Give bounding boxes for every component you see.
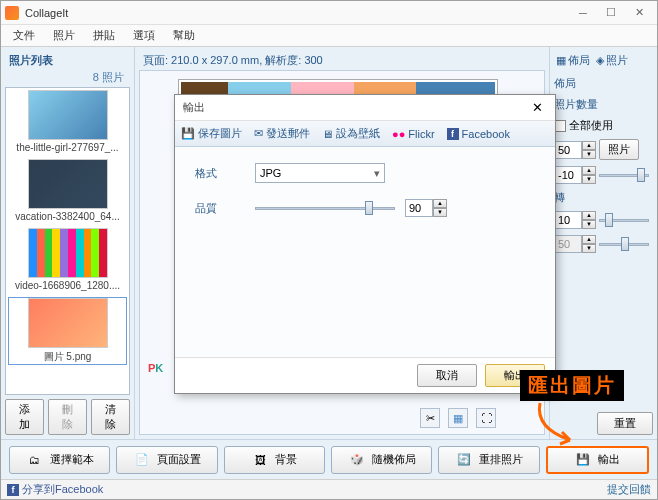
menu-file[interactable]: 文件 <box>5 26 43 45</box>
export-button[interactable]: 💾輸出 <box>546 446 649 474</box>
quality-spinner[interactable]: ▲▼ <box>405 199 447 217</box>
titlebar: CollageIt ─ ☐ ✕ <box>1 1 657 25</box>
flickr-icon: ●● <box>392 128 405 140</box>
format-label: 格式 <box>195 166 245 181</box>
background-icon: 🖼 <box>251 451 269 469</box>
reset-button[interactable]: 重置 <box>597 412 653 435</box>
thumbnail <box>28 228 108 278</box>
save-icon: 💾 <box>181 127 195 140</box>
share-facebook-link[interactable]: f分享到Facebook <box>7 482 103 497</box>
rotate-input[interactable] <box>554 211 582 229</box>
canvas-info: 頁面: 210.0 x 297.0 mm, 解析度: 300 <box>139 51 545 70</box>
tab-wallpaper[interactable]: 🖥設為壁紙 <box>322 126 380 141</box>
quality-label: 品質 <box>195 201 245 216</box>
list-item[interactable]: 圖片 5.png <box>8 297 127 365</box>
grid-icon[interactable]: ▦ <box>448 408 468 428</box>
email-icon: ✉ <box>254 127 263 140</box>
tab-email[interactable]: ✉發送郵件 <box>254 126 310 141</box>
list-item[interactable]: the-little-girl-277697_... <box>8 90 127 153</box>
app-title: CollageIt <box>25 7 569 19</box>
clear-button[interactable]: 清除 <box>91 399 130 435</box>
sidebar-title: 照片列表 <box>9 53 53 68</box>
background-button[interactable]: 🖼背景 <box>224 446 325 474</box>
sidebar-buttons: 添加 刪除 清除 <box>5 399 130 435</box>
rearrange-button[interactable]: 🔄重排照片 <box>438 446 539 474</box>
tab-layout[interactable]: ▦ 佈局 <box>556 53 590 68</box>
tab-photo[interactable]: ◈ 照片 <box>596 53 628 68</box>
dialog-close-button[interactable]: ✕ <box>527 98 547 118</box>
rotate-slider[interactable] <box>599 212 649 228</box>
rotate-spinner[interactable]: ▲▼ <box>554 211 596 229</box>
thumbnail <box>28 298 108 348</box>
quality-input[interactable] <box>405 199 433 217</box>
menu-options[interactable]: 選項 <box>125 26 163 45</box>
list-item[interactable]: video-1668906_1280.... <box>8 228 127 291</box>
facebook-icon: f <box>7 484 19 496</box>
spin-down-icon[interactable]: ▼ <box>582 175 596 184</box>
spin-down-icon: ▼ <box>582 244 596 253</box>
cancel-button[interactable]: 取消 <box>417 364 477 387</box>
photo-count-field-label: 照片數量 <box>554 97 598 112</box>
export-dialog: 輸出 ✕ 💾保存圖片 ✉發送郵件 🖥設為壁紙 ●●Flickr fFaceboo… <box>174 94 556 394</box>
menu-collage[interactable]: 拼貼 <box>85 26 123 45</box>
photo-count-label: 8 照片 <box>93 71 124 83</box>
list-item[interactable]: vacation-3382400_64... <box>8 159 127 222</box>
dialog-body: 格式 JPG 品質 ▲▼ <box>175 147 555 357</box>
annotation-callout: 匯出圖片 <box>520 370 624 401</box>
spacing-input[interactable] <box>554 166 582 184</box>
add-button[interactable]: 添加 <box>5 399 44 435</box>
count-spinner[interactable]: ▲▼ <box>554 141 596 159</box>
spin-down-icon[interactable]: ▼ <box>433 208 447 217</box>
photo-button[interactable]: 照片 <box>599 139 639 160</box>
disabled-spinner: ▲▼ <box>554 235 596 253</box>
minimize-button[interactable]: ─ <box>569 3 597 23</box>
dice-icon: 🎲 <box>348 451 366 469</box>
template-button[interactable]: 🗂選擇範本 <box>9 446 110 474</box>
menu-help[interactable]: 幫助 <box>165 26 203 45</box>
right-tabs: ▦ 佈局 ◈ 照片 <box>554 51 653 70</box>
tab-flickr[interactable]: ●●Flickr <box>392 128 435 140</box>
statusbar: f分享到Facebook 提交回饋 <box>1 479 657 499</box>
format-select[interactable]: JPG <box>255 163 385 183</box>
close-button[interactable]: ✕ <box>625 3 653 23</box>
feedback-link[interactable]: 提交回饋 <box>607 482 651 497</box>
disabled-slider <box>599 236 649 252</box>
photo-list[interactable]: the-little-girl-277697_... vacation-3382… <box>5 87 130 395</box>
facebook-icon: f <box>447 128 459 140</box>
thumbnail-name: video-1668906_1280.... <box>15 280 120 291</box>
shuffle-button[interactable]: 🎲隨機佈局 <box>331 446 432 474</box>
rotate-label: 轉 <box>554 190 653 205</box>
spacing-slider[interactable] <box>599 167 649 183</box>
count-input[interactable] <box>554 141 582 159</box>
quality-slider[interactable] <box>255 200 395 216</box>
spin-up-icon[interactable]: ▲ <box>433 199 447 208</box>
spin-up-icon[interactable]: ▲ <box>582 166 596 175</box>
sidebar-header: 照片列表 <box>5 51 130 70</box>
page-setup-button[interactable]: 📄頁面設置 <box>116 446 217 474</box>
spin-up-icon[interactable]: ▲ <box>582 211 596 220</box>
tab-facebook[interactable]: fFacebook <box>447 128 510 140</box>
sidebar: 照片列表 8 照片 the-little-girl-277697_... vac… <box>1 47 135 439</box>
delete-button[interactable]: 刪除 <box>48 399 87 435</box>
tab-save-image[interactable]: 💾保存圖片 <box>181 126 242 141</box>
menu-photo[interactable]: 照片 <box>45 26 83 45</box>
spin-down-icon[interactable]: ▼ <box>582 150 596 159</box>
layout-section-label: 佈局 <box>554 76 653 91</box>
spin-up-icon[interactable]: ▲ <box>582 141 596 150</box>
dialog-title: 輸出 <box>183 100 527 115</box>
thumbnail-name: 圖片 5.png <box>44 350 92 364</box>
canvas-tools: ✂ ▦ ⛶ <box>420 408 496 428</box>
menubar: 文件 照片 拼貼 選項 幫助 <box>1 25 657 47</box>
expand-icon[interactable]: ⛶ <box>476 408 496 428</box>
maximize-button[interactable]: ☐ <box>597 3 625 23</box>
dialog-tabs: 💾保存圖片 ✉發送郵件 🖥設為壁紙 ●●Flickr fFacebook <box>175 121 555 147</box>
crop-icon[interactable]: ✂ <box>420 408 440 428</box>
spacing-spinner[interactable]: ▲▼ <box>554 166 596 184</box>
page-icon: 📄 <box>133 451 151 469</box>
spin-down-icon[interactable]: ▼ <box>582 220 596 229</box>
thumbnail <box>28 159 108 209</box>
app-icon <box>5 6 19 20</box>
wallpaper-icon: 🖥 <box>322 128 333 140</box>
thumbnail <box>28 90 108 140</box>
thumbnail-name: the-little-girl-277697_... <box>16 142 118 153</box>
